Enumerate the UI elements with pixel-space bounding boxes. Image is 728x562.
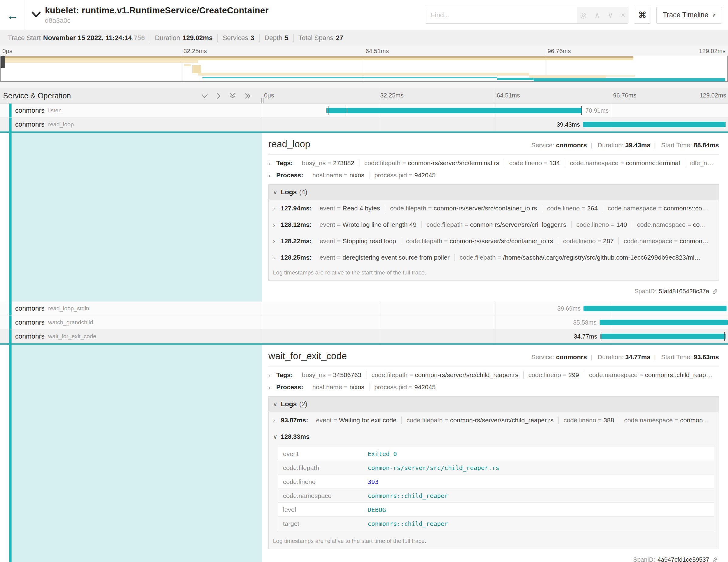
trace-duration: Duration129.02ms [150, 34, 218, 42]
span-name-cell[interactable]: conmonrs wait_for_exit_code [0, 329, 262, 343]
page-title: kubelet: runtime.v1.RuntimeService/Creat… [45, 5, 269, 15]
service-operation-header: Service & Operation [3, 91, 71, 100]
find-scope-icon[interactable]: ◎ [580, 11, 587, 19]
minimap-tick-labels: 0μs 32.25ms 64.51ms 96.76ms 129.02ms [0, 46, 728, 56]
span-operation: read_loop [48, 121, 74, 128]
chevron-right-icon: › [273, 205, 281, 212]
span-bar[interactable] [583, 122, 725, 127]
minimap-gap [0, 82, 728, 88]
expand-all-icon[interactable] [244, 93, 251, 99]
detail-operation-title: wait_for_exit_code [268, 351, 347, 362]
span-detail-wait-for-exit-code: wait_for_exit_code Service: conmonrs| Du… [0, 345, 728, 562]
span-color-accent [9, 301, 12, 315]
span-duration-label: 70.91ms [585, 107, 609, 114]
trace-collapse-chevron[interactable] [32, 11, 41, 19]
span-color-accent [9, 315, 12, 329]
span-operation: listen [48, 107, 62, 114]
logs-header[interactable]: ∨ Logs(2) [269, 397, 719, 412]
span-id-value: 5faf48165428c37a [659, 288, 709, 295]
log-entry-expanded[interactable]: ∨ 128.33ms [269, 428, 719, 445]
chevron-right-icon: › [268, 372, 276, 379]
log-entry[interactable]: › 128.25ms: event=deregistering event so… [269, 249, 719, 266]
span-timeline-cell[interactable]: 70.91ms [262, 104, 728, 117]
back-button[interactable]: ← [0, 0, 25, 30]
keyboard-shortcuts-button[interactable]: ⌘ [634, 7, 651, 24]
log-marker [328, 106, 328, 115]
logs-footer-note: Log timestamps are relative to the start… [269, 534, 719, 549]
table-row: code.lineno 393 [278, 475, 714, 489]
span-name-cell[interactable]: conmonrs read_loop_stdin [0, 301, 262, 315]
collapse-one-icon[interactable] [201, 94, 208, 98]
log-entry[interactable]: › 93.87ms: event=Waiting for exit code c… [269, 412, 719, 428]
find-clear-icon[interactable]: × [621, 11, 625, 19]
span-bar[interactable] [600, 334, 726, 339]
span-name-cell[interactable]: conmonrs watch_grandchild [0, 315, 262, 329]
chevron-right-icon: › [273, 221, 281, 228]
span-id-row: SpanID:5faf48165428c37a [268, 285, 719, 298]
span-timeline-cell[interactable]: 39.43ms [262, 118, 728, 131]
back-arrow-icon: ← [6, 9, 19, 21]
log-marker [724, 332, 725, 341]
detail-meta: Service: conmonrs| Duration: 39.43ms| St… [531, 141, 719, 149]
process-row[interactable]: › Process: host.name=nixos process.pid=9… [268, 172, 719, 179]
span-timeline-cell[interactable]: 39.69ms [262, 301, 728, 315]
table-row: code.filepath conmon-rs/server/src/child… [278, 461, 714, 475]
expand-one-icon[interactable] [216, 93, 221, 99]
collapse-all-icon[interactable] [229, 93, 236, 99]
chevron-down-icon: ∨ [273, 433, 281, 440]
trace-minimap[interactable] [0, 56, 728, 82]
span-operation: read_loop_stdin [48, 305, 89, 312]
log-entry[interactable]: › 128.12ms: event=Wrote log line of leng… [269, 216, 719, 233]
chevron-right-icon: › [268, 172, 276, 179]
find-input[interactable] [425, 7, 577, 23]
span-detail-gutter [0, 133, 262, 301]
span-bar[interactable] [600, 320, 728, 325]
tags-row[interactable]: › Tags: busy_ns=34506763 code.filepath=c… [268, 371, 719, 379]
find-next-icon[interactable]: ∨ [608, 11, 613, 19]
link-icon[interactable] [712, 557, 718, 562]
span-color-accent [9, 104, 12, 117]
span-bar[interactable] [583, 306, 726, 311]
span-timeline-cell[interactable]: 35.58ms [262, 315, 728, 329]
view-selector-label: Trace Timeline [663, 11, 708, 19]
chevron-down-icon: ∨ [712, 12, 716, 18]
span-duration-label: 34.77ms [574, 333, 597, 340]
span-operation: watch_grandchild [48, 319, 93, 326]
process-row[interactable]: › Process: host.name=nixos process.pid=9… [268, 383, 719, 391]
trace-view-selector[interactable]: Trace Timeline ∨ [656, 7, 722, 24]
span-row-listen: conmonrs listen 70.91ms [0, 104, 728, 118]
span-name-cell[interactable]: conmonrs read_loop [0, 118, 262, 131]
log-entry[interactable]: › 128.22ms: event=Stopping read loop cod… [269, 233, 719, 249]
span-name-cell[interactable]: conmonrs listen [0, 104, 262, 117]
logs-section: ∨ Logs(2) › 93.87ms: event=Waiting for e… [268, 396, 719, 549]
span-timeline-cell[interactable]: 34.77ms [262, 329, 728, 343]
span-color-accent [9, 118, 12, 131]
logs-section: ∨ Logs(4) › 127.94ms: event=Read 4 bytes… [268, 184, 719, 281]
span-duration-label: 39.43ms [556, 121, 580, 128]
trace-id-short: d8a3a0c [45, 17, 269, 25]
span-row-watch-grandchild: conmonrs watch_grandchild 35.58ms [0, 315, 728, 329]
command-icon: ⌘ [638, 10, 647, 20]
log-marker [326, 106, 326, 115]
find-prev-icon[interactable]: ∧ [594, 11, 600, 19]
trace-depth: Depth5 [260, 34, 294, 42]
span-row-read-loop: conmonrs read_loop 39.43ms [0, 118, 728, 133]
table-row: code.namespace conmonrs::child_reaper [278, 489, 714, 503]
timeline-ruler: 0μs 32.25ms 64.51ms 96.76ms 129.02ms [262, 88, 728, 103]
link-icon[interactable] [712, 288, 718, 295]
find-group: ◎ ∧ ∨ × [425, 7, 628, 24]
tags-row[interactable]: › Tags: busy_ns=273882 code.filepath=con… [268, 159, 719, 167]
minimap-canvas [0, 56, 728, 81]
log-entry[interactable]: › 127.94ms: event=Read 4 bytes code.file… [269, 200, 719, 216]
detail-operation-title: read_loop [268, 139, 310, 150]
span-row-read-loop-stdin: conmonrs read_loop_stdin 39.69ms [0, 301, 728, 315]
span-detail-read-loop: read_loop Service: conmonrs| Duration: 3… [0, 133, 728, 301]
span-id-value: 4a947cfd1ce59537 [658, 556, 709, 562]
chevron-right-icon: › [268, 384, 276, 391]
chevron-down-icon [32, 11, 41, 18]
chevron-right-icon: › [273, 254, 281, 261]
span-bar[interactable] [326, 108, 582, 113]
span-detail-gutter [0, 345, 262, 562]
minimap-left-scrubber [1, 56, 5, 68]
logs-header[interactable]: ∨ Logs(4) [269, 185, 719, 200]
